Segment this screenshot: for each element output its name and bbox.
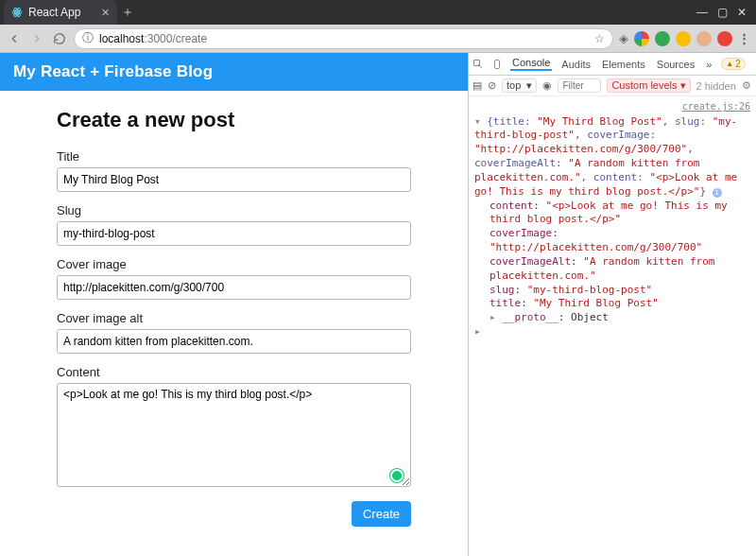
grammarly-icon[interactable] (390, 469, 404, 482)
device-toolbar-icon[interactable] (491, 59, 503, 70)
extension-icon[interactable] (717, 31, 732, 46)
extension-icon[interactable] (676, 31, 691, 46)
input-cover-image-alt[interactable] (57, 329, 411, 354)
info-badge-icon: i (713, 188, 722, 198)
browser-tab[interactable]: React App ✕ (4, 0, 117, 25)
brand-title: My React + Firebase Blog (13, 62, 213, 80)
devtools-tabs: Console Audits Elements Sources » 2 ⋮ ✕ (469, 53, 756, 76)
inspect-element-icon[interactable] (472, 59, 484, 70)
maximize-icon[interactable]: ▢ (717, 6, 728, 19)
profile-avatar-icon[interactable] (696, 31, 712, 46)
devtools-tab-audits[interactable]: Audits (559, 59, 593, 70)
site-info-icon[interactable]: ⓘ (82, 30, 94, 46)
prompt-icon[interactable]: ▸ (474, 325, 481, 338)
disclosure-triangle-icon[interactable]: ▾ (474, 115, 481, 128)
field-slug: Slug (57, 203, 411, 246)
page-body: Create a new post Title Slug Cover image… (0, 91, 468, 540)
proto-label: __proto__ (502, 311, 558, 323)
devtools-panel: Console Audits Elements Sources » 2 ⋮ ✕ … (468, 53, 756, 556)
devtools-tabs-overflow-icon[interactable]: » (704, 59, 713, 70)
context-selector[interactable]: top ▾ (502, 78, 537, 93)
console-toolbar: ▤ ⊘ top ▾ ◉ Custom levels ▾ 2 hidden ⚙ (469, 76, 756, 96)
forward-icon[interactable] (28, 30, 45, 47)
devtools-tab-sources[interactable]: Sources (655, 59, 696, 70)
url-port: :3000 (144, 32, 172, 45)
extension-icon[interactable]: ◈ (619, 31, 628, 45)
console-log-expanded: content: "<p>Look at me go! This is my t… (474, 200, 750, 326)
field-content: Content (57, 365, 411, 490)
source-link[interactable]: create.js:26 (474, 100, 750, 113)
console-settings-icon[interactable]: ⚙ (742, 79, 751, 92)
form-actions: Create (57, 501, 411, 527)
browser-menu-icon[interactable]: ⋮ (738, 31, 750, 45)
viewport: My React + Firebase Blog Create a new po… (0, 53, 756, 556)
minimize-icon[interactable]: — (696, 6, 708, 19)
console-output[interactable]: create.js:26 ▾ {title: "My Third Blog Po… (469, 96, 756, 343)
field-cover-image: Cover image (57, 257, 411, 300)
browser-chrome: React App ✕ ＋ — ▢ ✕ ⓘ localhost:3000/cre… (0, 0, 756, 53)
devtools-tab-console[interactable]: Console (510, 57, 552, 71)
bookmark-icon[interactable]: ☆ (594, 32, 605, 45)
page: My React + Firebase Blog Create a new po… (0, 53, 468, 556)
log-levels-selector[interactable]: Custom levels ▾ (607, 78, 690, 93)
clear-console-icon[interactable]: ⊘ (488, 79, 496, 92)
label-title: Title (57, 149, 411, 164)
warning-badge[interactable]: 2 (721, 58, 745, 70)
url-host: localhost (99, 32, 144, 45)
new-tab-button[interactable]: ＋ (117, 2, 138, 23)
tab-close-icon[interactable]: ✕ (101, 7, 110, 19)
label-cover-image-alt: Cover image alt (57, 311, 411, 325)
field-cover-image-alt: Cover image alt (57, 311, 411, 354)
navbar: ⓘ localhost:3000/create ☆ ◈ ⋮ (0, 25, 756, 53)
titlebar: React App ✕ ＋ — ▢ ✕ (0, 0, 756, 25)
input-content[interactable] (57, 383, 411, 487)
devtools-menu-icon[interactable]: ⋮ (751, 58, 756, 70)
close-window-icon[interactable]: ✕ (737, 6, 747, 19)
extensions: ◈ ⋮ (619, 31, 750, 46)
window-controls: — ▢ ✕ (696, 6, 752, 19)
devtools-tab-elements[interactable]: Elements (600, 59, 647, 70)
address-bar[interactable]: ⓘ localhost:3000/create ☆ (74, 28, 613, 49)
back-icon[interactable] (6, 30, 23, 47)
label-content: Content (57, 365, 411, 379)
console-log-summary: ▾ {title: "My Third Blog Post", slug: "m… (474, 115, 750, 200)
reload-icon[interactable] (51, 30, 68, 47)
hidden-count: 2 hidden (696, 80, 736, 92)
live-expressions-icon[interactable]: ◉ (542, 79, 552, 92)
console-sidebar-icon[interactable]: ▤ (472, 79, 482, 92)
input-slug[interactable] (57, 221, 411, 246)
label-slug: Slug (57, 203, 411, 217)
console-filter-input[interactable] (558, 78, 601, 93)
extension-icon[interactable] (655, 31, 670, 46)
extension-icon[interactable] (634, 31, 649, 46)
input-cover-image[interactable] (57, 275, 411, 300)
form-title: Create a new post (57, 108, 411, 132)
svg-point-3 (16, 11, 18, 13)
field-title: Title (57, 149, 411, 192)
label-cover-image: Cover image (57, 257, 411, 271)
app-header: My React + Firebase Blog (0, 53, 468, 91)
input-title[interactable] (57, 167, 411, 192)
svg-rect-5 (495, 60, 500, 68)
react-favicon-icon (11, 7, 23, 18)
create-button[interactable]: Create (352, 501, 411, 527)
tab-title: React App (28, 6, 80, 19)
disclosure-triangle-icon[interactable]: ▸ (490, 311, 496, 323)
url-path: /create (172, 32, 207, 45)
